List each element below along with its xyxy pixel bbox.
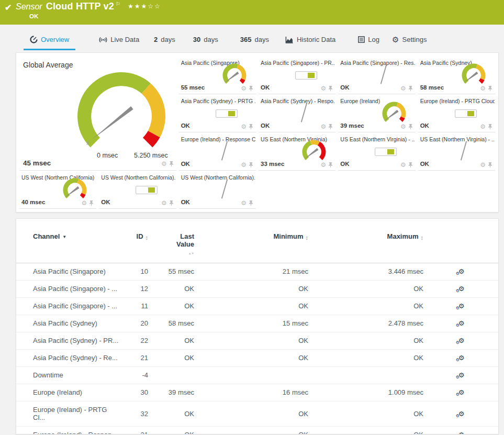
- channel-panel[interactable]: Asia Pacific (Singapore) - PR... OK ⚙: [259, 56, 335, 94]
- channel-settings-gears-icon[interactable]: ⚙⚙: [458, 389, 465, 396]
- gear-icon[interactable]: ⚙: [480, 162, 486, 168]
- cell-minimum: [194, 367, 308, 384]
- pin-icon[interactable]: [488, 86, 492, 92]
- pin-icon[interactable]: [408, 124, 413, 130]
- pin-icon[interactable]: [408, 162, 413, 168]
- channel-panel[interactable]: Asia Pacific (Sydney) - PRTG ... OK ⚙: [179, 94, 256, 132]
- gear-icon[interactable]: ⚙: [241, 124, 247, 130]
- column-header-minimum[interactable]: Minimum▲▼: [194, 232, 308, 263]
- tab-label: Settings: [402, 36, 427, 43]
- chart-icon: [285, 36, 294, 43]
- channel-panel[interactable]: Europe (Ireland) - PRTG Cloud... OK ⚙: [418, 94, 495, 132]
- gear-icon[interactable]: ⚙: [400, 124, 406, 130]
- column-header-last-value[interactable]: LastValue▲▼: [148, 232, 194, 263]
- column-header-maximum[interactable]: Maximum▲▼: [308, 232, 423, 263]
- gear-icon[interactable]: ⚙: [321, 124, 327, 130]
- gear-icon[interactable]: ⚙: [400, 162, 406, 168]
- pin-icon[interactable]: [488, 124, 492, 130]
- gear-icon[interactable]: ⚙: [82, 200, 87, 206]
- tab-prefix: 2: [154, 36, 158, 43]
- pin-icon[interactable]: [89, 200, 94, 206]
- pin-icon[interactable]: [488, 162, 492, 168]
- log-icon: [358, 36, 365, 43]
- channel-panel[interactable]: Europe (Ireland) - Response C... OK ⚙: [179, 132, 256, 171]
- cell-channel[interactable]: Asia Pacific (Sydney): [16, 315, 121, 332]
- tab-historic-data[interactable]: Historic Data: [279, 31, 342, 50]
- column-header-id[interactable]: ID▲▼: [121, 232, 148, 263]
- flag-icon[interactable]: ⚐: [116, 1, 120, 7]
- tab-2-days[interactable]: 2 days: [148, 31, 182, 50]
- cell-channel[interactable]: Asia Pacific (Singapore) - ...: [16, 298, 121, 315]
- channel-settings-gears-icon[interactable]: ⚙⚙: [458, 303, 465, 309]
- tab-label: days: [161, 36, 175, 43]
- cell-channel[interactable]: Europe (Ireland) - Respon...: [16, 427, 121, 435]
- tab-log[interactable]: Log: [352, 31, 386, 50]
- cell-channel[interactable]: Europe (Ireland) - PRTG Cl...: [16, 401, 121, 427]
- channel-panel-value: OK: [101, 199, 110, 205]
- pin-icon[interactable]: [169, 161, 174, 167]
- channel-settings-gears-icon[interactable]: ⚙⚙: [458, 268, 465, 275]
- gear-icon[interactable]: ⚙: [321, 162, 327, 168]
- pin-icon[interactable]: [249, 86, 253, 92]
- channel-settings-gears-icon[interactable]: ⚙⚙: [458, 337, 465, 344]
- channel-panel[interactable]: Asia Pacific (Singapore) 55 msec ⚙: [179, 56, 256, 94]
- pin-icon[interactable]: [328, 162, 333, 168]
- gear-icon[interactable]: ⚙: [241, 200, 247, 206]
- channel-panel[interactable]: Asia Pacific (Sydney) - Respo... OK ⚙: [259, 94, 335, 132]
- cell-id: 22: [121, 332, 148, 350]
- channel-settings-gears-icon[interactable]: ⚙⚙: [458, 354, 465, 361]
- sort-icon: ▲▼: [421, 236, 423, 240]
- global-average-panel[interactable]: Global Average x̄ 0 msec 5.250 msec 45 m…: [19, 56, 176, 171]
- channel-panel[interactable]: Asia Pacific (Singapore) - Res... OK ⚙: [338, 56, 415, 94]
- tab-label: Historic Data: [297, 36, 335, 43]
- channel-panel[interactable]: US East (Northern Virginia) - ... OK ⚙: [338, 132, 415, 171]
- column-header-channel[interactable]: Channel▼: [16, 232, 121, 263]
- cell-channel[interactable]: Asia Pacific (Singapore) - ...: [16, 281, 121, 298]
- cell-channel[interactable]: Downtime: [16, 367, 121, 384]
- tab-settings[interactable]: ⚙ Settings: [386, 31, 433, 50]
- tab-30-days[interactable]: 30 days: [187, 31, 225, 50]
- gear-icon[interactable]: ⚙: [161, 200, 167, 206]
- channel-settings-gears-icon[interactable]: ⚙⚙: [458, 410, 465, 417]
- cell-channel[interactable]: Europe (Ireland): [16, 384, 121, 401]
- cell-channel[interactable]: Asia Pacific (Singapore): [16, 263, 121, 281]
- channel-settings-gears-icon[interactable]: ⚙⚙: [458, 431, 465, 434]
- channel-settings-gears-icon[interactable]: ⚙⚙: [458, 372, 465, 378]
- pin-icon[interactable]: [328, 86, 333, 92]
- tab-label: days: [204, 36, 218, 43]
- channel-panel[interactable]: US West (Northern California)... OK ⚙: [99, 171, 176, 209]
- channel-panel[interactable]: US East (Northern Virginia) - ... OK ⚙: [418, 132, 495, 171]
- channel-panel[interactable]: Europe (Ireland) 39 msec ⚙: [338, 94, 415, 132]
- channel-panel[interactable]: US West (Northern California)... OK ⚙: [179, 171, 256, 209]
- gear-icon[interactable]: ⚙: [161, 161, 167, 167]
- channel-settings-gears-icon[interactable]: ⚙⚙: [458, 320, 465, 327]
- pin-icon[interactable]: [249, 162, 253, 168]
- gear-icon[interactable]: ⚙: [400, 85, 406, 92]
- pin-icon[interactable]: [249, 200, 253, 206]
- pin-icon[interactable]: [408, 86, 413, 92]
- gear-icon[interactable]: ⚙: [480, 85, 486, 92]
- cell-channel[interactable]: Asia Pacific (Sydney) - Re...: [16, 350, 121, 367]
- channel-panel[interactable]: US West (Northern California) 40 msec ⚙: [19, 171, 96, 209]
- tab-365-days[interactable]: 365 days: [234, 31, 275, 50]
- pin-icon[interactable]: [169, 200, 174, 206]
- gear-icon[interactable]: ⚙: [480, 124, 486, 130]
- channel-settings-gears-icon[interactable]: ⚙⚙: [458, 285, 465, 292]
- pin-icon[interactable]: [249, 124, 253, 130]
- switch-indicator: [375, 148, 397, 158]
- cell-channel[interactable]: Asia Pacific (Sydney) - PR...: [16, 332, 121, 350]
- cell-last-value: OK: [148, 427, 194, 435]
- gear-icon[interactable]: ⚙: [241, 162, 247, 168]
- priority-stars[interactable]: ★★★☆☆: [128, 3, 161, 10]
- tab-live-data[interactable]: Live Data: [93, 31, 145, 50]
- pin-icon[interactable]: [328, 124, 333, 130]
- tab-overview[interactable]: Overview: [24, 31, 75, 50]
- gear-icon[interactable]: ⚙: [241, 85, 247, 92]
- gear-icon[interactable]: ⚙: [321, 85, 327, 92]
- tab-label: Overview: [41, 36, 69, 43]
- channel-panel[interactable]: US East (Northern Virginia) 33 msec ⚙: [259, 132, 335, 171]
- channel-panel[interactable]: Asia Pacific (Sydney) 58 msec ⚙: [418, 56, 495, 94]
- cell-maximum: [308, 367, 423, 384]
- sort-icon: ▲▼: [306, 236, 308, 240]
- channel-table: Channel▼ ID▲▼ LastValue▲▼ Minimum▲▼ Maxi…: [16, 232, 499, 434]
